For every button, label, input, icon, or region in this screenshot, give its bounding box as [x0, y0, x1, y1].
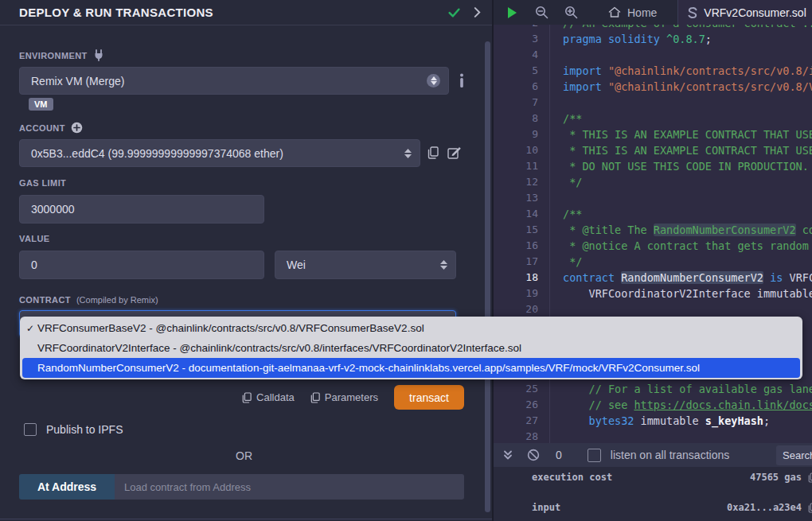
- contract-option[interactable]: ✓VRFConsumerBaseV2 - @chainlink/contract…: [20, 318, 802, 338]
- line-content: VRFCoordinatorV2Interface immutable: [549, 286, 812, 301]
- zoom-out-icon[interactable]: [535, 6, 548, 19]
- terminal-row-value: 0xa21...a23e4: [727, 502, 812, 513]
- add-account-icon[interactable]: [71, 122, 83, 134]
- clear-console-icon[interactable]: [527, 449, 540, 461]
- collapse-panel-chevron-icon[interactable]: [474, 7, 481, 17]
- code-line[interactable]: 18contract RandomNumberConsumerV2 is VRF…: [494, 270, 812, 286]
- account-select[interactable]: 0x5B3...eddC4 (99.99999999999997374068 e…: [19, 139, 420, 167]
- code-line[interactable]: 8/**: [494, 111, 812, 126]
- code-line[interactable]: 28: [494, 429, 812, 443]
- contract-option[interactable]: RandomNumberConsumerV2 - documentation-g…: [22, 358, 800, 378]
- code-line[interactable]: 14/**: [494, 206, 812, 222]
- code-line[interactable]: 7: [494, 95, 812, 111]
- gas-limit-value: 3000000: [31, 203, 75, 216]
- environment-stepper-icon[interactable]: [427, 74, 440, 87]
- panel-scrollbar[interactable]: [485, 41, 490, 512]
- or-divider-text: OR: [0, 449, 488, 462]
- copy-account-icon[interactable]: [427, 146, 439, 159]
- line-number: 12: [494, 174, 549, 190]
- contract-dropdown-list: ✓VRFConsumerBaseV2 - @chainlink/contract…: [20, 317, 802, 379]
- line-number: 6: [494, 79, 549, 95]
- terminal-output[interactable]: execution cost47565 gasinput0xa21...a23e…: [494, 467, 812, 521]
- listen-all-transactions-checkbox[interactable]: [588, 449, 601, 462]
- code-line[interactable]: 9 * THIS IS AN EXAMPLE CONTRACT THAT USE…: [494, 126, 812, 142]
- at-address-input[interactable]: Load contract from Address: [115, 474, 464, 500]
- line-content: * DO NOT USE THIS CODE IN PRODUCTION.: [549, 158, 812, 174]
- terminal-row-label: execution cost: [532, 472, 612, 483]
- calldata-label: Calldata: [256, 391, 295, 403]
- contract-option[interactable]: VRFCoordinatorV2Interface - @chainlink/c…: [20, 338, 802, 358]
- code-line[interactable]: 19 VRFCoordinatorV2Interface immutable: [494, 286, 812, 301]
- line-number: 26: [494, 397, 549, 413]
- code-editor[interactable]: 2// An example of a consumer contract ..…: [494, 25, 812, 443]
- code-line[interactable]: 12 */: [494, 174, 812, 190]
- value-amount: 0: [31, 259, 37, 271]
- line-content: * @notice A contract that gets random v: [549, 238, 812, 254]
- environment-info-icon[interactable]: [457, 73, 467, 87]
- calldata-action[interactable]: Calldata: [242, 391, 295, 403]
- value-input[interactable]: 0: [19, 251, 264, 279]
- contract-option-label: RandomNumberConsumerV2 - documentation-g…: [37, 362, 700, 374]
- value-unit-stepper-icon: [440, 260, 447, 270]
- edit-account-icon[interactable]: [447, 146, 461, 159]
- run-script-play-icon[interactable]: [505, 6, 519, 20]
- code-line[interactable]: 26 // see https://docs.chain.link/docs/: [494, 397, 812, 413]
- code-line[interactable]: 20: [494, 301, 812, 317]
- line-number: 20: [494, 301, 549, 317]
- line-content: // An example of a consumer contract ...: [549, 25, 812, 31]
- zoom-in-icon[interactable]: [564, 6, 578, 19]
- contract-option-label: VRFCoordinatorV2Interface - @chainlink/c…: [37, 342, 521, 354]
- line-number: 19: [494, 286, 549, 301]
- line-number: 7: [494, 95, 549, 111]
- editor-area: Home VRFv2Consumer.sol 2// An example of…: [494, 0, 812, 521]
- expand-terminal-icon[interactable]: [503, 450, 513, 461]
- code-line[interactable]: 6import "@chainlink/contracts/src/v0.8/V…: [494, 79, 812, 95]
- gas-limit-input[interactable]: 3000000: [19, 195, 264, 224]
- line-content: */: [549, 254, 812, 270]
- transact-button[interactable]: transact: [394, 385, 464, 410]
- tab-home[interactable]: Home: [597, 0, 668, 25]
- code-line[interactable]: 4: [494, 47, 812, 63]
- parameters-label: Parameters: [325, 391, 378, 403]
- contract-label: CONTRACT (Compiled by Remix): [19, 295, 158, 305]
- code-line[interactable]: 16 * @notice A contract that gets random…: [494, 238, 812, 254]
- line-number: 11: [494, 158, 549, 174]
- line-content: [549, 301, 812, 317]
- terminal-row: execution cost47565 gas: [532, 472, 812, 483]
- plug-icon[interactable]: [93, 49, 104, 61]
- terminal-row-value: 47565 gas: [750, 472, 812, 483]
- code-line[interactable]: 17 */: [494, 254, 812, 270]
- code-line[interactable]: 13: [494, 190, 812, 206]
- line-number: 10: [494, 142, 549, 158]
- code-line[interactable]: 10 * THIS IS AN EXAMPLE CONTRACT THAT US…: [494, 142, 812, 158]
- copy-calldata-icon[interactable]: [242, 392, 252, 403]
- publish-to-ipfs-checkbox[interactable]: [24, 423, 37, 436]
- line-number: 18: [494, 270, 549, 286]
- code-line[interactable]: 15 * @title The RandomNumberConsumerV2 c…: [494, 222, 812, 238]
- tab-vrfv2consumer[interactable]: VRFv2Consumer.sol: [677, 0, 812, 25]
- value-label: VALUE: [19, 234, 49, 243]
- terminal-toolbar: 0 listen on all transactions Search: [494, 443, 812, 467]
- code-line[interactable]: 2// An example of a consumer contract ..…: [494, 25, 812, 31]
- parameters-action[interactable]: Parameters: [310, 391, 378, 403]
- listen-all-transactions-label: listen on all transactions: [611, 449, 729, 461]
- deploy-actions-row: Calldata Parameters transact: [0, 385, 464, 410]
- line-content: import "@chainlink/contracts/src/v0.8/in…: [549, 63, 812, 79]
- at-address-button[interactable]: At Address: [19, 474, 115, 500]
- copy-value-icon[interactable]: [808, 472, 812, 483]
- code-line[interactable]: 11 * DO NOT USE THIS CODE IN PRODUCTION.: [494, 158, 812, 174]
- code-line[interactable]: 5import "@chainlink/contracts/src/v0.8/i…: [494, 63, 812, 79]
- account-value: 0x5B3...eddC4 (99.99999999999997374068 e…: [31, 147, 283, 160]
- tab-active-label: VRFv2Consumer.sol: [704, 6, 806, 19]
- line-number: 15: [494, 222, 549, 238]
- line-number: 28: [494, 429, 549, 443]
- code-line[interactable]: 3pragma solidity ^0.8.7;: [494, 31, 812, 47]
- value-unit-select[interactable]: Wei: [275, 251, 456, 279]
- line-number: 13: [494, 190, 549, 206]
- code-line[interactable]: 27 bytes32 immutable s_keyHash;: [494, 413, 812, 429]
- code-line[interactable]: 25 // For a list of available gas lanes: [494, 381, 812, 397]
- environment-select[interactable]: Remix VM (Merge): [19, 67, 449, 95]
- copy-value-icon[interactable]: [808, 503, 812, 513]
- terminal-search-input[interactable]: Search: [776, 445, 812, 465]
- copy-parameters-icon[interactable]: [310, 392, 320, 403]
